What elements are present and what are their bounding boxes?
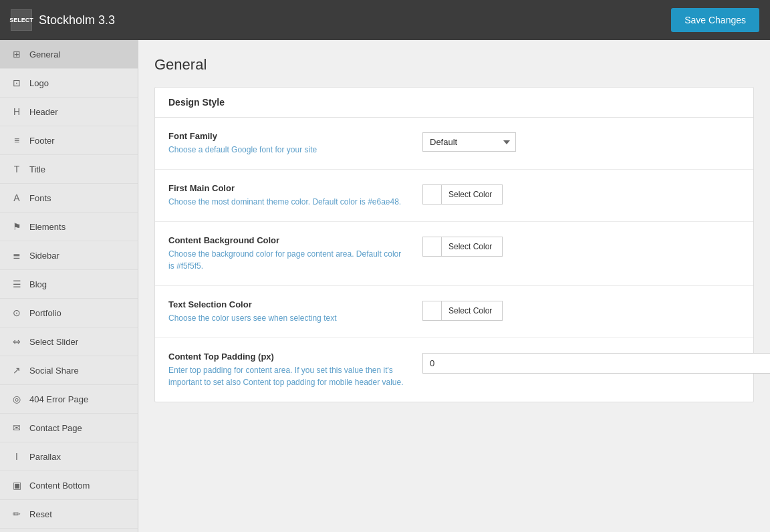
select-font-family[interactable]: DefaultArialRobotoOpen Sans xyxy=(422,132,516,152)
field-row-font-family: Font FamilyChoose a default Google font … xyxy=(155,118,753,170)
field-label-content-bg-color: Content Background Color xyxy=(168,235,409,245)
reset-icon: ✏ xyxy=(11,508,23,520)
sidebar-label-general: General xyxy=(29,49,60,59)
logo-icon: ⊡ xyxy=(11,77,23,89)
sidebar-item-reset[interactable]: ✏Reset xyxy=(0,500,138,529)
field-control-font-family: DefaultArialRobotoOpen Sans xyxy=(422,131,740,152)
color-control-text-selection-color: Select Color xyxy=(422,301,503,321)
sidebar-item-content-bottom[interactable]: ▣Content Bottom xyxy=(0,471,138,500)
save-changes-button[interactable]: Save Changes xyxy=(671,8,759,32)
field-row-first-main-color: First Main ColorChoose the most dominant… xyxy=(155,170,753,222)
field-label-first-main-color: First Main Color xyxy=(168,183,409,193)
sidebar-label-footer: Footer xyxy=(29,136,55,146)
field-label-content-top-padding: Content Top Padding (px) xyxy=(168,352,409,362)
field-label-col-text-selection-color: Text Selection ColorChoose the color use… xyxy=(168,299,409,324)
field-row-content-bg-color: Content Background ColorChoose the backg… xyxy=(155,222,753,286)
header: SELECT Stockholm 3.3 Save Changes xyxy=(0,0,770,40)
header-icon: H xyxy=(11,106,23,118)
field-label-font-family: Font Family xyxy=(168,131,409,141)
color-button-content-bg-color[interactable]: Select Color xyxy=(442,239,499,255)
field-desc-font-family: Choose a default Google font for your si… xyxy=(168,144,409,156)
field-desc-first-main-color: Choose the most dominant theme color. De… xyxy=(168,196,409,208)
footer-icon: ≡ xyxy=(11,134,23,146)
sidebar-label-social-share: Social Share xyxy=(29,366,79,376)
contact-page-icon: ✉ xyxy=(11,422,23,434)
sidebar-item-elements[interactable]: ⚑Elements xyxy=(0,213,138,241)
sidebar-label-elements: Elements xyxy=(29,222,66,232)
sidebar-label-fonts: Fonts xyxy=(29,193,51,203)
select-slider-icon: ⇔ xyxy=(11,336,23,348)
sidebar-item-select-slider[interactable]: ⇔Select Slider xyxy=(0,327,138,356)
field-control-text-selection-color: Select Color xyxy=(422,299,740,321)
page-title: General xyxy=(154,56,754,74)
field-control-first-main-color: Select Color xyxy=(422,183,740,205)
number-wrap-content-top-padding: ▲▼ xyxy=(422,353,770,374)
color-button-text-selection-color[interactable]: Select Color xyxy=(442,303,499,319)
number-input-content-top-padding[interactable] xyxy=(423,354,770,373)
field-desc-text-selection-color: Choose the color users see when selectin… xyxy=(168,312,409,324)
field-desc-content-bg-color: Choose the background color for page con… xyxy=(168,248,409,272)
sidebar-label-sidebar: Sidebar xyxy=(29,251,59,261)
social-share-icon: ↗ xyxy=(11,364,23,376)
content-bottom-icon: ▣ xyxy=(11,479,23,491)
design-style-card: Design Style Font FamilyChoose a default… xyxy=(154,87,754,402)
fields-container: Font FamilyChoose a default Google font … xyxy=(155,118,753,402)
color-swatch-text-selection-color xyxy=(423,301,442,320)
field-row-text-selection-color: Text Selection ColorChoose the color use… xyxy=(155,286,753,338)
blog-icon: ☰ xyxy=(11,278,23,290)
sidebar-label-title: Title xyxy=(29,164,45,174)
field-label-text-selection-color: Text Selection Color xyxy=(168,299,409,309)
field-row-content-top-padding: Content Top Padding (px)Enter top paddin… xyxy=(155,338,753,402)
sidebar-label-blog: Blog xyxy=(29,279,47,289)
main-content: General Design Style Font FamilyChoose a… xyxy=(138,40,770,532)
sidebar: ⊞General⊡LogoHHeader≡FooterTTitleAFonts⚑… xyxy=(0,40,138,532)
sidebar-item-sidebar[interactable]: ≣Sidebar xyxy=(0,241,138,270)
sidebar-item-fonts[interactable]: AFonts xyxy=(0,184,138,213)
sidebar-icon: ≣ xyxy=(11,249,23,261)
sidebar-item-logo[interactable]: ⊡Logo xyxy=(0,69,138,98)
title-icon: T xyxy=(11,163,23,175)
sidebar-item-header[interactable]: HHeader xyxy=(0,98,138,126)
color-control-content-bg-color: Select Color xyxy=(422,237,503,257)
field-label-col-content-bg-color: Content Background ColorChoose the backg… xyxy=(168,235,409,272)
sidebar-label-content-bottom: Content Bottom xyxy=(29,481,90,491)
sidebar-item-404-error-page[interactable]: ◎404 Error Page xyxy=(0,385,138,414)
field-control-content-bg-color: Select Color xyxy=(422,235,740,257)
elements-icon: ⚑ xyxy=(11,221,23,233)
color-swatch-first-main-color xyxy=(423,185,442,204)
sidebar-item-title[interactable]: TTitle xyxy=(0,155,138,184)
field-desc-content-top-padding: Enter top padding for content area. If y… xyxy=(168,364,409,388)
sidebar-item-blog[interactable]: ☰Blog xyxy=(0,270,138,299)
logo-box: SELECT xyxy=(11,9,32,31)
sidebar-item-general[interactable]: ⊞General xyxy=(0,40,138,69)
field-label-col-first-main-color: First Main ColorChoose the most dominant… xyxy=(168,183,409,208)
fonts-icon: A xyxy=(11,192,23,204)
404-error-page-icon: ◎ xyxy=(11,393,23,405)
sidebar-label-reset: Reset xyxy=(29,509,52,519)
card-header: Design Style xyxy=(155,88,753,118)
sidebar-label-parallax: Parallax xyxy=(29,452,61,462)
color-button-first-main-color[interactable]: Select Color xyxy=(442,186,499,203)
logo-text: SELECT xyxy=(9,17,33,23)
sidebar-item-portfolio[interactable]: ⊙Portfolio xyxy=(0,299,138,327)
sidebar-item-contact-page[interactable]: ✉Contact Page xyxy=(0,414,138,442)
sidebar-label-contact-page: Contact Page xyxy=(29,423,82,433)
sidebar-item-parallax[interactable]: IParallax xyxy=(0,442,138,471)
sidebar-label-select-slider: Select Slider xyxy=(29,337,78,347)
sidebar-label-header: Header xyxy=(29,107,58,117)
portfolio-icon: ⊙ xyxy=(11,307,23,319)
field-label-col-content-top-padding: Content Top Padding (px)Enter top paddin… xyxy=(168,352,409,388)
sidebar-label-portfolio: Portfolio xyxy=(29,308,61,318)
header-title: Stockholm 3.3 xyxy=(39,13,115,27)
sidebar-item-social-share[interactable]: ↗Social Share xyxy=(0,356,138,385)
main-layout: ⊞General⊡LogoHHeader≡FooterTTitleAFonts⚑… xyxy=(0,40,770,532)
color-swatch-content-bg-color xyxy=(423,237,442,256)
general-icon: ⊞ xyxy=(11,48,23,60)
parallax-icon: I xyxy=(11,450,23,462)
field-label-col-font-family: Font FamilyChoose a default Google font … xyxy=(168,131,409,156)
sidebar-label-logo: Logo xyxy=(29,78,49,88)
field-control-content-top-padding: ▲▼ xyxy=(422,352,770,374)
sidebar-label-404-error-page: 404 Error Page xyxy=(29,394,88,404)
color-control-first-main-color: Select Color xyxy=(422,184,503,205)
sidebar-item-footer[interactable]: ≡Footer xyxy=(0,126,138,155)
